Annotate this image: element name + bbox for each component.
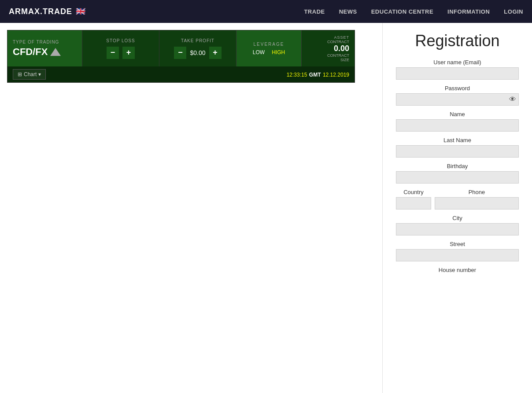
contract-size-value: SIZE bbox=[340, 58, 349, 62]
table-icon: ⊞ bbox=[18, 71, 22, 77]
trade-type-label: TYPE OF TRADING bbox=[13, 40, 77, 44]
contract-size-label: CONTRACT bbox=[327, 53, 349, 58]
house-number-form-group: House number bbox=[396, 267, 519, 273]
eye-icon[interactable]: 👁 bbox=[509, 95, 516, 103]
stop-loss-section: STOP LOSS − + bbox=[82, 30, 159, 66]
lastname-label: Last Name bbox=[396, 137, 519, 143]
take-profit-value: $0.00 bbox=[190, 49, 205, 56]
street-label: Street bbox=[396, 241, 519, 247]
take-profit-section: TAKE PROFIT − $0.00 + bbox=[159, 30, 236, 66]
country-phone-form-group: Country Phone bbox=[396, 189, 519, 209]
nav-links: TRADE NEWS EDUCATION CENTRE INFORMATION … bbox=[304, 7, 523, 15]
nav-login[interactable]: LOGIN bbox=[504, 8, 523, 15]
leverage-section: LEVERAGE LOW HIGH bbox=[236, 30, 302, 66]
city-label: City bbox=[396, 215, 519, 221]
brand-text: ARMAX.TRADE bbox=[9, 7, 72, 16]
chart-bar: ⊞ Chart ▾ 12:33:15 GMT 12.12.2019 bbox=[7, 66, 355, 82]
leverage-low[interactable]: LOW bbox=[253, 49, 265, 55]
password-wrapper: 👁 bbox=[396, 93, 519, 106]
country-group: Country bbox=[396, 189, 431, 209]
chart-time-display: 12:33:15 GMT 12.12.2019 bbox=[287, 70, 349, 78]
lastname-form-group: Last Name bbox=[396, 137, 519, 158]
house-number-label: House number bbox=[396, 267, 519, 273]
stop-loss-plus-button[interactable]: + bbox=[122, 47, 135, 59]
nav-information[interactable]: INFORMATION bbox=[447, 8, 490, 15]
asset-label: ASSET bbox=[334, 35, 349, 40]
chart-date: 12.12.2019 bbox=[323, 72, 349, 78]
stop-loss-label: STOP LOSS bbox=[106, 38, 135, 43]
chevron-down-icon: ▾ bbox=[38, 71, 41, 77]
registration-title: Registration bbox=[396, 32, 519, 50]
email-label: User name (Email) bbox=[396, 59, 519, 66]
nav-education[interactable]: EDUCATION CENTRE bbox=[371, 8, 433, 15]
take-profit-label: TAKE PROFIT bbox=[181, 38, 214, 43]
trade-type-section: TYPE OF TRADING CFD/FX bbox=[7, 30, 82, 66]
birthday-label: Birthday bbox=[396, 163, 519, 169]
birthday-field[interactable] bbox=[396, 171, 519, 184]
country-label: Country bbox=[396, 189, 431, 195]
left-panel: TYPE OF TRADING CFD/FX STOP LOSS − + bbox=[0, 23, 382, 393]
trade-type-text: CFD/FX bbox=[13, 46, 48, 58]
country-field[interactable] bbox=[396, 197, 431, 209]
name-label: Name bbox=[396, 111, 519, 118]
stop-loss-minus-button[interactable]: − bbox=[107, 47, 119, 59]
email-form-group: User name (Email) bbox=[396, 59, 519, 80]
chart-button[interactable]: ⊞ Chart ▾ bbox=[13, 69, 46, 80]
contract-label: CONTRACT bbox=[327, 40, 349, 44]
nav-news[interactable]: NEWS bbox=[339, 8, 357, 15]
street-form-group: Street bbox=[396, 241, 519, 261]
phone-label: Phone bbox=[435, 189, 519, 195]
trade-type-value: CFD/FX bbox=[13, 46, 77, 58]
birthday-form-group: Birthday bbox=[396, 163, 519, 184]
email-field[interactable] bbox=[396, 67, 519, 80]
gmt-label: GMT bbox=[309, 72, 321, 78]
city-field[interactable] bbox=[396, 223, 519, 235]
take-profit-minus-button[interactable]: − bbox=[174, 47, 186, 59]
password-label: Password bbox=[396, 85, 519, 92]
flag-icon: 🇬🇧 bbox=[76, 7, 86, 16]
trading-top: TYPE OF TRADING CFD/FX STOP LOSS − + bbox=[7, 30, 355, 66]
asset-section: ASSET CONTRACT 0.00 CONTRACT SIZE bbox=[302, 30, 355, 66]
leverage-label: LEVERAGE bbox=[254, 42, 284, 47]
password-field[interactable] bbox=[396, 93, 519, 106]
brand: ARMAX.TRADE 🇬🇧 bbox=[9, 7, 304, 16]
chart-btn-label: Chart bbox=[24, 71, 37, 77]
country-phone-row: Country Phone bbox=[396, 189, 519, 209]
take-profit-plus-button[interactable]: + bbox=[209, 47, 222, 59]
leverage-row: LOW HIGH bbox=[253, 49, 285, 55]
password-form-group: Password 👁 bbox=[396, 85, 519, 106]
main-layout: TYPE OF TRADING CFD/FX STOP LOSS − + bbox=[0, 23, 532, 393]
stop-loss-controls: − + bbox=[107, 47, 135, 59]
phone-field[interactable] bbox=[435, 197, 519, 209]
navbar: ARMAX.TRADE 🇬🇧 TRADE NEWS EDUCATION CENT… bbox=[0, 0, 532, 23]
asset-value: 0.00 bbox=[334, 44, 349, 53]
take-profit-controls: − $0.00 + bbox=[174, 47, 221, 59]
city-form-group: City bbox=[396, 215, 519, 235]
trading-widget: TYPE OF TRADING CFD/FX STOP LOSS − + bbox=[7, 30, 355, 83]
lastname-field[interactable] bbox=[396, 145, 519, 158]
name-field[interactable] bbox=[396, 119, 519, 132]
chart-time: 12:33:15 bbox=[287, 72, 307, 78]
street-field[interactable] bbox=[396, 249, 519, 261]
phone-group: Phone bbox=[435, 189, 519, 209]
chart-triangle-icon bbox=[50, 48, 61, 56]
leverage-high[interactable]: HIGH bbox=[272, 49, 285, 55]
right-panel: Registration User name (Email) Password … bbox=[382, 23, 532, 393]
name-form-group: Name bbox=[396, 111, 519, 132]
nav-trade[interactable]: TRADE bbox=[304, 8, 325, 15]
